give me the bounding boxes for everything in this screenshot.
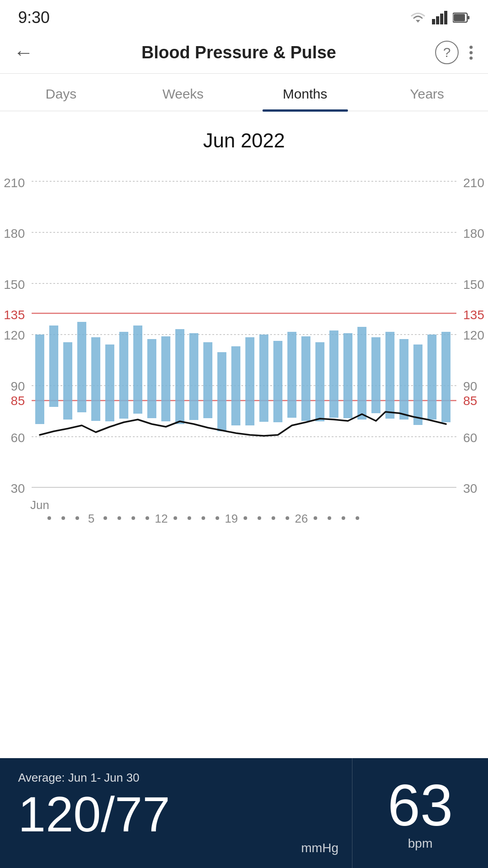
svg-text:30: 30	[11, 481, 25, 495]
tab-days[interactable]: Days	[0, 74, 122, 111]
svg-rect-60	[385, 332, 394, 419]
svg-point-68	[75, 516, 79, 520]
more-dot-1	[469, 46, 473, 49]
page-title: Blood Pressure & Pulse	[42, 43, 435, 62]
svg-point-81	[258, 516, 261, 520]
svg-rect-36	[49, 326, 58, 407]
svg-rect-3	[440, 14, 443, 24]
svg-rect-7	[454, 14, 465, 21]
svg-point-82	[272, 516, 275, 520]
svg-text:90: 90	[463, 379, 477, 393]
svg-text:60: 60	[463, 431, 477, 445]
svg-point-86	[328, 516, 331, 520]
svg-text:90: 90	[11, 379, 25, 393]
svg-point-76	[188, 516, 191, 520]
svg-text:12: 12	[155, 512, 168, 525]
svg-rect-53	[287, 332, 296, 418]
chart-title: Jun 2022	[0, 129, 488, 152]
status-time: 9:30	[18, 8, 50, 27]
tab-weeks[interactable]: Weeks	[122, 74, 244, 111]
svg-point-75	[174, 516, 177, 520]
svg-rect-51	[259, 335, 268, 422]
svg-point-77	[202, 516, 205, 520]
svg-rect-44	[161, 336, 170, 421]
more-dot-3	[469, 57, 473, 60]
svg-rect-61	[399, 339, 408, 420]
app-bar-actions: ?	[435, 41, 474, 64]
svg-text:5: 5	[88, 512, 94, 525]
more-button[interactable]	[468, 44, 474, 61]
tab-months[interactable]: Months	[244, 74, 366, 111]
svg-text:180: 180	[463, 226, 484, 241]
status-bar: 9:30	[0, 0, 488, 32]
svg-text:19: 19	[225, 512, 238, 525]
svg-point-66	[47, 516, 51, 520]
svg-point-83	[286, 516, 289, 520]
svg-rect-39	[91, 337, 100, 421]
svg-text:85: 85	[11, 394, 25, 408]
svg-point-85	[314, 516, 317, 520]
blood-pressure-chart: 210 180 150 135 120 90 85 60 30 210 180 …	[0, 165, 488, 541]
svg-point-67	[61, 516, 65, 520]
more-dot-2	[469, 51, 473, 54]
wifi-icon	[409, 11, 427, 24]
svg-point-71	[117, 516, 121, 520]
svg-rect-50	[245, 337, 254, 425]
svg-rect-45	[175, 329, 184, 424]
svg-point-72	[131, 516, 135, 520]
svg-rect-58	[357, 327, 366, 420]
svg-text:210: 210	[4, 176, 25, 190]
svg-rect-62	[413, 344, 422, 425]
tabs: Days Weeks Months Years	[0, 74, 488, 111]
svg-rect-46	[189, 333, 198, 420]
bp-section: Average: Jun 1- Jun 30 120/77 mmHg	[0, 758, 352, 868]
svg-rect-54	[301, 336, 310, 421]
svg-rect-6	[468, 16, 469, 19]
svg-text:30: 30	[463, 481, 477, 495]
svg-point-80	[244, 516, 247, 520]
svg-text:120: 120	[4, 328, 25, 342]
svg-point-73	[145, 516, 149, 520]
svg-text:180: 180	[4, 226, 25, 241]
svg-text:210: 210	[463, 176, 484, 190]
svg-rect-49	[231, 346, 240, 425]
svg-rect-43	[147, 339, 156, 418]
svg-point-70	[103, 516, 107, 520]
svg-rect-37	[63, 342, 72, 420]
svg-rect-41	[119, 332, 128, 419]
svg-rect-1	[432, 19, 435, 24]
svg-rect-52	[273, 341, 282, 422]
svg-rect-38	[77, 322, 86, 412]
avg-label: Average: Jun 1- Jun 30	[18, 771, 338, 785]
svg-text:135: 135	[463, 308, 484, 322]
svg-point-78	[216, 516, 219, 520]
svg-rect-59	[371, 337, 380, 413]
help-button[interactable]: ?	[435, 41, 459, 64]
pulse-value: 63	[388, 776, 453, 835]
svg-text:150: 150	[463, 278, 484, 292]
app-bar: ← Blood Pressure & Pulse ?	[0, 32, 488, 74]
svg-text:135: 135	[4, 308, 25, 322]
svg-rect-55	[315, 342, 324, 421]
pulse-unit: bpm	[408, 836, 432, 851]
svg-rect-48	[217, 352, 226, 431]
tab-years[interactable]: Years	[366, 74, 488, 111]
svg-rect-47	[203, 342, 212, 418]
svg-text:85: 85	[463, 394, 477, 408]
svg-rect-40	[105, 344, 114, 421]
svg-rect-2	[436, 16, 439, 24]
svg-point-87	[342, 516, 345, 520]
bp-unit: mmHg	[18, 841, 338, 855]
svg-point-88	[356, 516, 359, 520]
svg-text:60: 60	[11, 431, 25, 445]
svg-rect-56	[329, 330, 338, 418]
svg-text:150: 150	[4, 278, 25, 292]
chart-section: Jun 2022 210 180 150 135 120 90 85 60 30…	[0, 111, 488, 542]
svg-rect-35	[35, 335, 44, 424]
svg-text:120: 120	[463, 328, 484, 342]
svg-rect-57	[343, 333, 352, 418]
svg-rect-63	[427, 335, 436, 420]
svg-text:26: 26	[295, 512, 308, 525]
back-button[interactable]: ←	[14, 42, 33, 62]
bottom-panel: Average: Jun 1- Jun 30 120/77 mmHg 63 bp…	[0, 758, 488, 868]
